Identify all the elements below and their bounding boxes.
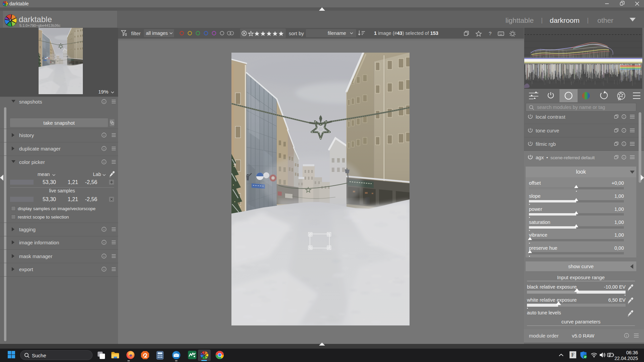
svg-text:?: ? xyxy=(489,31,491,36)
